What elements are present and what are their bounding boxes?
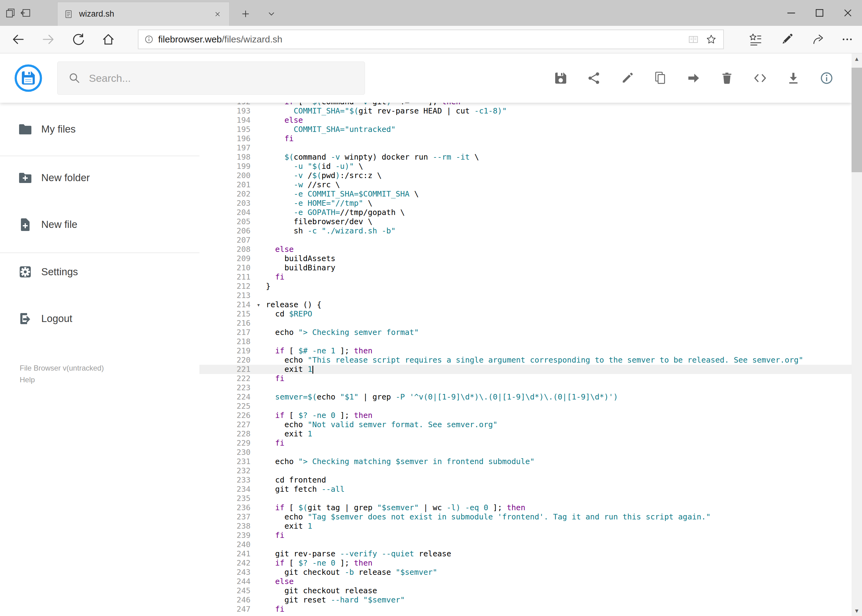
switch-editor-button[interactable] (750, 53, 771, 103)
code-line-205[interactable]: 205 filebrowser/dev \ (199, 217, 851, 226)
code-line-203[interactable]: 203 -e HOME="//tmp" \ (199, 199, 851, 208)
code-line-245[interactable]: 245 git checkout release (199, 586, 851, 596)
scrollbar-thumb[interactable] (851, 68, 862, 172)
copy-button[interactable] (650, 53, 671, 103)
code-line-236[interactable]: 236 if [ $(git tag | grep "$semver" | wc… (199, 503, 851, 512)
tabs-set-aside-icon[interactable] (2, 0, 19, 26)
code-line-217[interactable]: 217 echo "> Checking semver format" (199, 328, 851, 337)
code-line-224[interactable]: 224 semver=$(echo "$1" | grep -P '^v(0|[… (199, 393, 851, 402)
code-line-212[interactable]: 212} (199, 282, 851, 291)
code-line-210[interactable]: 210 buildBinary (199, 263, 851, 272)
code-line-192[interactable]: 192 if [ "$(command -v git)" != "" ]; th… (199, 103, 851, 107)
code-line-208[interactable]: 208 else (199, 245, 851, 254)
help-link[interactable]: Help (20, 374, 104, 386)
code-line-240[interactable]: 240 (199, 540, 851, 549)
fold-marker-icon[interactable]: ▾ (257, 300, 260, 310)
search-input[interactable] (88, 72, 365, 85)
code-line-241[interactable]: 241 git rev-parse --verify --quiet relea… (199, 549, 851, 558)
web-note-button[interactable] (772, 26, 802, 53)
sidebar-item-new-file[interactable]: New file (0, 210, 199, 239)
scroll-up-icon[interactable]: ▲ (851, 53, 862, 64)
set-tabs-aside-icon[interactable] (18, 0, 34, 26)
code-line-242[interactable]: 242 if [ $? -ne 0 ]; then (199, 558, 851, 568)
download-button[interactable] (783, 53, 804, 103)
share-file-button[interactable] (583, 53, 604, 103)
code-line-243[interactable]: 243 git checkout -b release "$semver" (199, 568, 851, 577)
code-line-221[interactable]: 221 exit 1 (199, 365, 851, 374)
code-line-230[interactable]: 230 (199, 448, 851, 457)
code-line-227[interactable]: 227 echo "Not valid semver format. See s… (199, 420, 851, 429)
sidebar-item-settings[interactable]: Settings (0, 257, 199, 287)
code-line-196[interactable]: 196 fi (199, 134, 851, 143)
new-tab-button[interactable] (235, 2, 257, 26)
reading-view-icon[interactable] (687, 33, 699, 45)
code-line-201[interactable]: 201 -w //src \ (199, 180, 851, 189)
code-line-220[interactable]: 220 echo "This release script requires a… (199, 355, 851, 365)
code-line-247[interactable]: 247 fi (199, 605, 851, 614)
code-line-235[interactable]: 235 (199, 494, 851, 503)
favorite-star-icon[interactable] (705, 33, 717, 45)
code-line-219[interactable]: 219 if [ $# -ne 1 ]; then (199, 346, 851, 355)
browser-tab[interactable]: wizard.sh (57, 2, 230, 26)
code-line-207[interactable]: 207 (199, 236, 851, 245)
code-line-232[interactable]: 232 (199, 466, 851, 475)
save-button[interactable] (550, 53, 571, 103)
more-button[interactable] (832, 26, 862, 53)
code-line-211[interactable]: 211 fi (199, 272, 851, 282)
code-line-231[interactable]: 231 echo "> Checking matching $semver in… (199, 457, 851, 466)
maximize-button[interactable] (805, 0, 834, 26)
hub-button[interactable] (741, 26, 770, 53)
refresh-button[interactable] (65, 26, 93, 53)
code-line-206[interactable]: 206 sh -c "./wizard.sh -b" (199, 226, 851, 236)
code-line-218[interactable]: 218 (199, 337, 851, 346)
code-line-222[interactable]: 222 fi (199, 374, 851, 383)
info-button[interactable] (816, 53, 837, 103)
code-line-246[interactable]: 246 git reset --hard "$semver" (199, 596, 851, 605)
code-line-238[interactable]: 238 exit 1 (199, 522, 851, 531)
code-line-229[interactable]: 229 fi (199, 438, 851, 448)
code-line-197[interactable]: 197 (199, 143, 851, 152)
code-line-194[interactable]: 194 else (199, 116, 851, 125)
tab-preview-chevron-icon[interactable] (260, 2, 282, 26)
home-button[interactable] (94, 26, 123, 53)
code-line-239[interactable]: 239 fi (199, 531, 851, 540)
code-line-237[interactable]: 237 echo "Tag $semver does not exist in … (199, 512, 851, 522)
code-line-216[interactable]: 216 (199, 319, 851, 328)
page-scrollbar[interactable]: ▲ ▼ (851, 53, 862, 616)
scroll-down-icon[interactable]: ▼ (851, 605, 862, 616)
code-line-202[interactable]: 202 -e COMMIT_SHA=$COMMIT_SHA \ (199, 189, 851, 199)
code-line-204[interactable]: 204 -e GOPATH=//tmp/gopath \ (199, 208, 851, 217)
code-line-193[interactable]: 193 COMMIT_SHA="$(git rev-parse HEAD | c… (199, 107, 851, 116)
sidebar-item-my-files[interactable]: My files (0, 115, 199, 144)
code-line-199[interactable]: 199 -u "$(id -u)" \ (199, 162, 851, 171)
search-box[interactable] (57, 61, 365, 95)
code-line-200[interactable]: 200 -v /$(pwd):/src:z \ (199, 171, 851, 180)
minimize-button[interactable] (777, 0, 805, 26)
code-line-226[interactable]: 226 if [ $? -ne 0 ]; then (199, 411, 851, 420)
address-bar[interactable]: filebrowser.web/files/wizard.sh (138, 30, 724, 49)
sidebar-item-new-folder[interactable]: New folder (0, 163, 199, 193)
code-line-213[interactable]: 213 (199, 291, 851, 300)
code-line-214[interactable]: 214▾release () { (199, 300, 851, 310)
close-button[interactable] (834, 0, 862, 26)
code-line-209[interactable]: 209 buildAssets (199, 254, 851, 263)
site-info-icon[interactable] (143, 34, 154, 45)
code-line-244[interactable]: 244 else (199, 577, 851, 586)
move-button[interactable] (683, 53, 704, 103)
code-line-223[interactable]: 223 (199, 383, 851, 393)
code-editor[interactable]: 192 if [ "$(command -v git)" != "" ]; th… (199, 103, 851, 616)
delete-button[interactable] (717, 53, 738, 103)
rename-button[interactable] (617, 53, 638, 103)
code-line-225[interactable]: 225 (199, 402, 851, 411)
code-line-195[interactable]: 195 COMMIT_SHA="untracked" (199, 125, 851, 134)
code-line-233[interactable]: 233 cd frontend (199, 475, 851, 485)
share-button[interactable] (804, 26, 833, 53)
sidebar-item-logout[interactable]: Logout (0, 304, 199, 333)
code-line-215[interactable]: 215 cd $REPO (199, 310, 851, 319)
back-button[interactable] (4, 26, 32, 53)
code-line-198[interactable]: 198 $(command -v winpty) docker run --rm… (199, 152, 851, 162)
forward-button[interactable] (35, 26, 63, 53)
code-line-228[interactable]: 228 exit 1 (199, 429, 851, 438)
code-line-234[interactable]: 234 git fetch --all (199, 485, 851, 494)
tab-close-icon[interactable] (211, 7, 224, 21)
